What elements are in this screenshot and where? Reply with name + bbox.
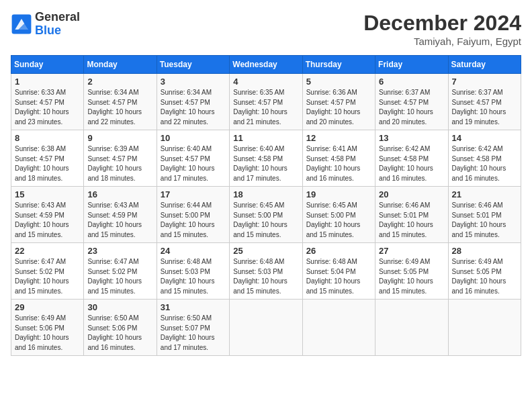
day-number: 6 <box>379 77 444 87</box>
calendar-cell: 6Sunrise: 6:37 AM Sunset: 4:57 PM Daylig… <box>375 74 448 130</box>
calendar-cell: 22Sunrise: 6:47 AM Sunset: 5:02 PM Dayli… <box>11 243 84 300</box>
day-info: Sunrise: 6:50 AM Sunset: 5:06 PM Dayligh… <box>87 314 152 353</box>
day-info: Sunrise: 6:48 AM Sunset: 5:04 PM Dayligh… <box>306 257 371 296</box>
day-number: 28 <box>452 246 517 256</box>
day-info: Sunrise: 6:46 AM Sunset: 5:01 PM Dayligh… <box>379 201 444 240</box>
day-number: 18 <box>233 189 298 199</box>
calendar-cell <box>302 300 375 356</box>
calendar-cell: 21Sunrise: 6:46 AM Sunset: 5:01 PM Dayli… <box>448 187 521 243</box>
day-info: Sunrise: 6:46 AM Sunset: 5:01 PM Dayligh… <box>452 201 517 240</box>
day-number: 24 <box>161 246 226 256</box>
calendar-cell: 14Sunrise: 6:42 AM Sunset: 4:58 PM Dayli… <box>448 130 521 187</box>
calendar-cell <box>230 300 302 356</box>
day-info: Sunrise: 6:49 AM Sunset: 5:06 PM Dayligh… <box>15 314 80 353</box>
logo-general-text: General <box>35 10 80 24</box>
calendar-cell: 20Sunrise: 6:46 AM Sunset: 5:01 PM Dayli… <box>375 187 448 243</box>
calendar-cell: 27Sunrise: 6:49 AM Sunset: 5:05 PM Dayli… <box>375 243 448 300</box>
calendar-cell <box>448 300 521 356</box>
day-number: 3 <box>161 77 226 87</box>
day-info: Sunrise: 6:39 AM Sunset: 4:57 PM Dayligh… <box>87 144 152 183</box>
day-info: Sunrise: 6:40 AM Sunset: 4:58 PM Dayligh… <box>233 144 298 183</box>
location-text: Tamiyah, Faiyum, Egypt <box>363 36 521 47</box>
calendar-cell: 5Sunrise: 6:36 AM Sunset: 4:57 PM Daylig… <box>302 74 375 130</box>
day-info: Sunrise: 6:38 AM Sunset: 4:57 PM Dayligh… <box>15 144 80 183</box>
day-number: 8 <box>15 133 80 143</box>
day-info: Sunrise: 6:37 AM Sunset: 4:57 PM Dayligh… <box>452 88 517 127</box>
day-info: Sunrise: 6:48 AM Sunset: 5:03 PM Dayligh… <box>161 257 226 296</box>
day-number: 14 <box>452 133 517 143</box>
calendar-cell: 16Sunrise: 6:43 AM Sunset: 4:59 PM Dayli… <box>84 187 157 243</box>
header-thursday: Thursday <box>302 56 375 74</box>
day-number: 5 <box>306 77 371 87</box>
day-number: 29 <box>15 302 80 312</box>
day-info: Sunrise: 6:45 AM Sunset: 5:00 PM Dayligh… <box>306 201 371 240</box>
day-number: 19 <box>306 189 371 199</box>
calendar-cell: 4Sunrise: 6:35 AM Sunset: 4:57 PM Daylig… <box>230 74 302 130</box>
day-number: 30 <box>87 302 152 312</box>
calendar-cell: 26Sunrise: 6:48 AM Sunset: 5:04 PM Dayli… <box>302 243 375 300</box>
day-number: 23 <box>87 246 152 256</box>
calendar-cell: 11Sunrise: 6:40 AM Sunset: 4:58 PM Dayli… <box>230 130 302 187</box>
logo-text: General Blue <box>35 11 80 38</box>
day-info: Sunrise: 6:34 AM Sunset: 4:57 PM Dayligh… <box>161 88 226 127</box>
calendar-cell: 31Sunrise: 6:50 AM Sunset: 5:07 PM Dayli… <box>157 300 229 356</box>
calendar-cell: 2Sunrise: 6:34 AM Sunset: 4:57 PM Daylig… <box>84 74 157 130</box>
day-number: 13 <box>379 133 444 143</box>
calendar-cell: 3Sunrise: 6:34 AM Sunset: 4:57 PM Daylig… <box>157 74 229 130</box>
day-number: 17 <box>161 189 226 199</box>
logo: General Blue <box>11 11 80 38</box>
day-number: 1 <box>15 77 80 87</box>
logo-blue-text: Blue <box>35 24 61 37</box>
header-friday: Friday <box>375 56 448 74</box>
day-number: 11 <box>233 133 298 143</box>
calendar-header-row: Sunday Monday Tuesday Wednesday Thursday… <box>11 56 521 74</box>
day-info: Sunrise: 6:41 AM Sunset: 4:58 PM Dayligh… <box>306 144 371 183</box>
calendar-cell: 24Sunrise: 6:48 AM Sunset: 5:03 PM Dayli… <box>157 243 229 300</box>
calendar-cell: 1Sunrise: 6:33 AM Sunset: 4:57 PM Daylig… <box>11 74 84 130</box>
header-sunday: Sunday <box>11 56 84 74</box>
calendar-cell: 18Sunrise: 6:45 AM Sunset: 5:00 PM Dayli… <box>230 187 302 243</box>
day-info: Sunrise: 6:40 AM Sunset: 4:57 PM Dayligh… <box>161 144 226 183</box>
day-number: 25 <box>233 246 298 256</box>
calendar-cell <box>375 300 448 356</box>
day-number: 21 <box>452 189 517 199</box>
day-info: Sunrise: 6:48 AM Sunset: 5:03 PM Dayligh… <box>233 257 298 296</box>
day-number: 16 <box>87 189 152 199</box>
calendar-cell: 29Sunrise: 6:49 AM Sunset: 5:06 PM Dayli… <box>11 300 84 356</box>
day-number: 7 <box>452 77 517 87</box>
day-info: Sunrise: 6:43 AM Sunset: 4:59 PM Dayligh… <box>15 201 80 240</box>
calendar-cell: 25Sunrise: 6:48 AM Sunset: 5:03 PM Dayli… <box>230 243 302 300</box>
day-number: 9 <box>87 133 152 143</box>
calendar-cell: 28Sunrise: 6:49 AM Sunset: 5:05 PM Dayli… <box>448 243 521 300</box>
day-info: Sunrise: 6:42 AM Sunset: 4:58 PM Dayligh… <box>452 144 517 183</box>
calendar-table: Sunday Monday Tuesday Wednesday Thursday… <box>11 55 521 356</box>
day-info: Sunrise: 6:43 AM Sunset: 4:59 PM Dayligh… <box>87 201 152 240</box>
calendar-cell: 15Sunrise: 6:43 AM Sunset: 4:59 PM Dayli… <box>11 187 84 243</box>
day-info: Sunrise: 6:34 AM Sunset: 4:57 PM Dayligh… <box>87 88 152 127</box>
calendar-cell: 13Sunrise: 6:42 AM Sunset: 4:58 PM Dayli… <box>375 130 448 187</box>
day-info: Sunrise: 6:49 AM Sunset: 5:05 PM Dayligh… <box>379 257 444 296</box>
day-info: Sunrise: 6:45 AM Sunset: 5:00 PM Dayligh… <box>233 201 298 240</box>
day-info: Sunrise: 6:50 AM Sunset: 5:07 PM Dayligh… <box>161 314 226 353</box>
day-number: 31 <box>161 302 226 312</box>
day-info: Sunrise: 6:47 AM Sunset: 5:02 PM Dayligh… <box>87 257 152 296</box>
calendar-cell: 23Sunrise: 6:47 AM Sunset: 5:02 PM Dayli… <box>84 243 157 300</box>
calendar-cell: 8Sunrise: 6:38 AM Sunset: 4:57 PM Daylig… <box>11 130 84 187</box>
month-title: December 2024 <box>363 11 521 36</box>
calendar-cell: 7Sunrise: 6:37 AM Sunset: 4:57 PM Daylig… <box>448 74 521 130</box>
day-info: Sunrise: 6:49 AM Sunset: 5:05 PM Dayligh… <box>452 257 517 296</box>
header-monday: Monday <box>84 56 157 74</box>
calendar-cell: 10Sunrise: 6:40 AM Sunset: 4:57 PM Dayli… <box>157 130 229 187</box>
week-row-2: 8Sunrise: 6:38 AM Sunset: 4:57 PM Daylig… <box>11 130 521 187</box>
page-header: General Blue December 2024 Tamiyah, Faiy… <box>11 11 521 47</box>
calendar-cell: 9Sunrise: 6:39 AM Sunset: 4:57 PM Daylig… <box>84 130 157 187</box>
week-row-3: 15Sunrise: 6:43 AM Sunset: 4:59 PM Dayli… <box>11 187 521 243</box>
day-number: 4 <box>233 77 298 87</box>
day-number: 15 <box>15 189 80 199</box>
week-row-5: 29Sunrise: 6:49 AM Sunset: 5:06 PM Dayli… <box>11 300 521 356</box>
day-number: 22 <box>15 246 80 256</box>
day-info: Sunrise: 6:42 AM Sunset: 4:58 PM Dayligh… <box>379 144 444 183</box>
header-tuesday: Tuesday <box>157 56 229 74</box>
day-number: 2 <box>87 77 152 87</box>
calendar-cell: 17Sunrise: 6:44 AM Sunset: 5:00 PM Dayli… <box>157 187 229 243</box>
